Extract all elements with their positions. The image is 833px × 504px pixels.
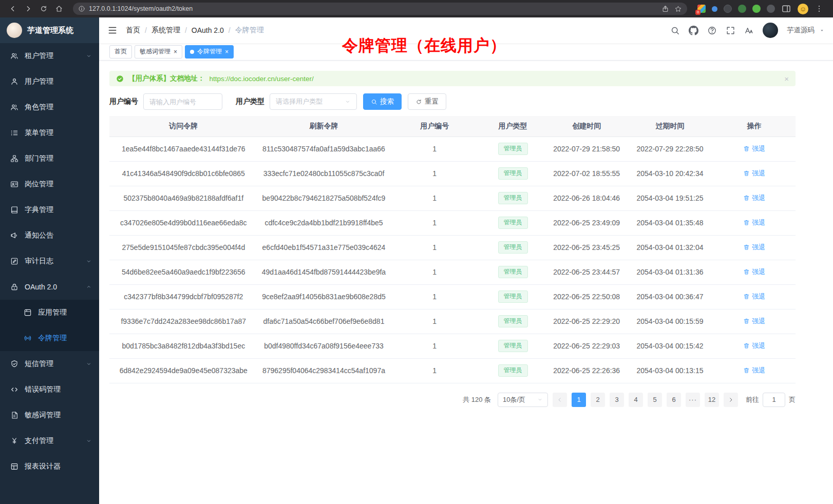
page-size-select[interactable]: 10条/页 xyxy=(498,393,548,407)
sidebar-item-sensitive-word-management[interactable]: 敏感词管理 xyxy=(0,402,99,428)
user-name[interactable]: 芋道源码 xyxy=(787,26,815,35)
user-id-input[interactable] xyxy=(143,93,222,110)
sidebar-item-error-code-management[interactable]: 错误码管理 xyxy=(0,377,99,402)
search-icon[interactable] xyxy=(670,26,680,35)
force-logout-button[interactable]: 强退 xyxy=(743,243,765,252)
page-button-4[interactable]: 4 xyxy=(629,393,643,407)
extension-blue-icon[interactable] xyxy=(712,6,717,12)
extension-pixel-icon[interactable]: 0 xyxy=(697,5,706,13)
search-button[interactable]: 搜索 xyxy=(363,93,402,110)
browser-forward-button[interactable] xyxy=(22,2,35,15)
url-text[interactable]: 127.0.0.1:1024/system/oauth2/token xyxy=(89,5,193,12)
tab-2[interactable]: 令牌管理× xyxy=(185,45,234,59)
cell-created-time: 2022-06-25 23:44:57 xyxy=(546,260,627,284)
page-button-3[interactable]: 3 xyxy=(610,393,624,407)
sidebar-item-sms-management[interactable]: 短信管理 xyxy=(0,351,99,377)
force-logout-button[interactable]: 强退 xyxy=(743,292,765,301)
doc-link[interactable]: https://doc.iocoder.cn/user-center/ xyxy=(210,75,314,83)
force-logout-button[interactable]: 强退 xyxy=(743,169,765,178)
font-size-icon[interactable] xyxy=(744,26,754,35)
breadcrumb-item[interactable]: OAuth 2.0 xyxy=(192,26,224,34)
doc-alert: 【用户体系】文档地址： https://doc.iocoder.cn/user-… xyxy=(109,71,796,86)
prev-page-button[interactable] xyxy=(553,393,567,407)
chevron-down-icon[interactable] xyxy=(819,28,825,33)
extension-puzzle-icon[interactable] xyxy=(752,5,761,13)
user-type-select[interactable]: 请选择用户类型 xyxy=(270,93,357,110)
page-button-6[interactable]: 6 xyxy=(667,393,681,407)
edit-icon xyxy=(10,257,18,265)
sidebar-item-tenant-management[interactable]: 租户管理 xyxy=(0,43,99,69)
page-ellipsis[interactable]: ··· xyxy=(686,393,700,407)
page-button-2[interactable]: 2 xyxy=(591,393,605,407)
tab-0[interactable]: 首页 xyxy=(109,45,132,59)
force-logout-button[interactable]: 强退 xyxy=(743,267,765,277)
force-logout-button[interactable]: 强退 xyxy=(743,341,765,351)
bookmark-star-icon[interactable] xyxy=(674,5,682,13)
browser-home-button[interactable] xyxy=(52,2,66,15)
force-logout-button[interactable]: 强退 xyxy=(743,366,765,375)
extension-badge: 0 xyxy=(695,10,701,15)
sidebar-item-notice-management[interactable]: 通知公告 xyxy=(0,223,99,248)
help-icon[interactable] xyxy=(707,26,717,35)
reset-button[interactable]: 重置 xyxy=(408,93,446,110)
next-page-button[interactable] xyxy=(724,393,738,407)
extension-dark-icon[interactable] xyxy=(724,5,732,13)
sidebar-item-label: 字典管理 xyxy=(25,205,53,215)
browser-menu-icon[interactable] xyxy=(815,4,824,13)
sidebar-item-dict-management[interactable]: 字典管理 xyxy=(0,197,99,223)
list-icon xyxy=(10,129,18,137)
sidebar-item-dept-management[interactable]: 部门管理 xyxy=(0,146,99,171)
goto-page-input[interactable] xyxy=(763,393,785,407)
user-avatar[interactable] xyxy=(763,23,778,38)
cell-actions: 强退 xyxy=(713,210,796,235)
sidebar-item-label: 敏感词管理 xyxy=(25,411,61,420)
tab-1[interactable]: 敏感词管理× xyxy=(135,45,182,59)
fullscreen-icon[interactable] xyxy=(726,26,735,35)
page-button-1[interactable]: 1 xyxy=(572,393,586,407)
github-icon[interactable] xyxy=(689,26,698,35)
sidebar-item-oauth2[interactable]: OAuth 2.0 xyxy=(0,274,99,300)
app-logo[interactable]: 芋道管理系统 xyxy=(0,17,99,43)
browser-refresh-button[interactable] xyxy=(37,2,50,15)
close-icon[interactable]: × xyxy=(174,49,177,55)
page-button-12[interactable]: 12 xyxy=(705,393,719,407)
close-icon[interactable]: × xyxy=(784,74,789,83)
cell-user-id: 1 xyxy=(390,260,479,284)
force-logout-button[interactable]: 强退 xyxy=(743,218,765,227)
goto-suffix: 页 xyxy=(789,395,796,404)
sidebar-item-audit-log[interactable]: 审计日志 xyxy=(0,248,99,274)
table-row: 502375b8040a469a9b82188afdf6af1fbe90422b… xyxy=(109,186,796,210)
browser-profile-avatar[interactable]: ☺ xyxy=(798,4,808,14)
trash-icon xyxy=(743,195,750,201)
cell-access-token: c342377bf8b344799dcbf7bf095287f2 xyxy=(109,284,258,309)
users-icon xyxy=(10,52,18,60)
sidebar-item-label: 审计日志 xyxy=(25,257,53,266)
breadcrumb-item[interactable]: 首页 xyxy=(126,26,140,35)
force-logout-button[interactable]: 强退 xyxy=(743,193,765,203)
sidebar-item-report-designer[interactable]: 报表设计器 xyxy=(0,454,99,479)
sidebar-item-oauth2-app-management[interactable]: 应用管理 xyxy=(0,300,99,325)
users-icon xyxy=(10,103,18,111)
force-logout-button[interactable]: 强退 xyxy=(743,317,765,326)
browser-back-button[interactable] xyxy=(6,2,20,15)
extension-green-icon[interactable] xyxy=(738,5,746,13)
sidebar-toggle-icon[interactable] xyxy=(107,25,118,35)
extension-dark2-icon[interactable] xyxy=(767,5,775,13)
sidebar-item-menu-management[interactable]: 菜单管理 xyxy=(0,120,99,146)
site-info-icon[interactable] xyxy=(78,5,85,12)
sidebar-item-oauth2-token-management[interactable]: 令牌管理 xyxy=(0,325,99,351)
sidebar-item-user-management[interactable]: 用户管理 xyxy=(0,69,99,94)
close-icon[interactable]: × xyxy=(225,49,229,55)
side-panel-icon[interactable] xyxy=(781,4,791,14)
cell-refresh-token: 8796295f04064c2983414cc54af1097a xyxy=(258,358,390,383)
address-bar[interactable]: 127.0.0.1:1024/system/oauth2/token xyxy=(73,3,687,15)
sidebar-item-role-management[interactable]: 角色管理 xyxy=(0,94,99,120)
sidebar-item-pay-management[interactable]: 支付管理 xyxy=(0,428,99,454)
page-button-5[interactable]: 5 xyxy=(648,393,662,407)
breadcrumb-item[interactable]: 系统管理 xyxy=(152,26,180,35)
user-type-tag: 管理员 xyxy=(498,143,528,155)
cell-access-token: 6d842e2924594de9a09e45e087323abe xyxy=(109,358,258,383)
sidebar-item-post-management[interactable]: 岗位管理 xyxy=(0,171,99,197)
share-icon[interactable] xyxy=(661,5,669,13)
force-logout-button[interactable]: 强退 xyxy=(743,144,765,153)
